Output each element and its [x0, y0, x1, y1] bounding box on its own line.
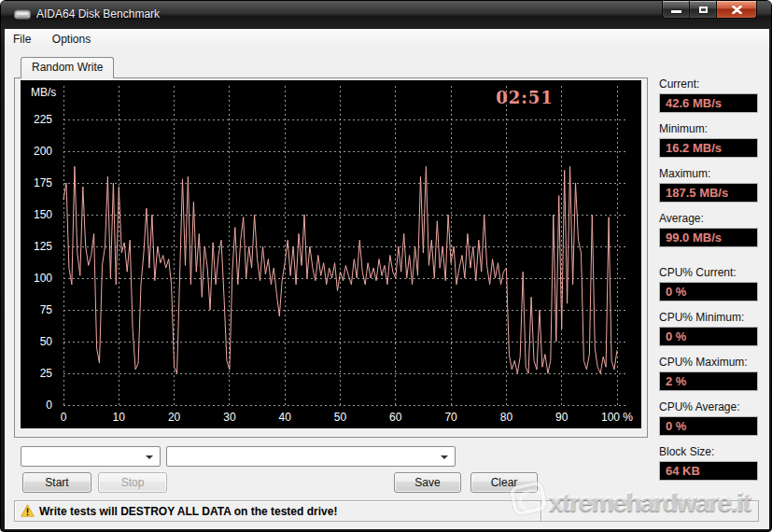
elapsed-timer: 02:51 — [487, 88, 562, 107]
stat-value: 64 KB — [659, 461, 758, 481]
stat-current: Current: 42.6 MB/s — [659, 77, 758, 115]
chart-plot: 0255075100125150175200225010203040506070… — [21, 80, 641, 428]
svg-text:0: 0 — [46, 399, 52, 412]
caption-buttons — [662, 1, 757, 19]
svg-text:50: 50 — [334, 411, 347, 424]
stat-value: 0 % — [659, 416, 758, 436]
save-button[interactable]: Save — [394, 472, 461, 493]
stat-cpu-current: CPU% Current: 0 % — [659, 266, 758, 303]
stat-value: 99.0 MB/s — [659, 228, 758, 247]
stop-button[interactable]: Stop — [98, 472, 167, 493]
minimize-button[interactable] — [662, 1, 690, 19]
svg-text:100 %: 100 % — [601, 411, 633, 424]
stat-label: Minimum: — [659, 122, 758, 135]
benchmark-chart: 0255075100125150175200225010203040506070… — [21, 80, 641, 428]
close-button[interactable] — [716, 1, 757, 19]
stat-value: 0 % — [659, 327, 758, 346]
app-window: AIDA64 Disk Benchmark File Options Rando… — [0, 0, 772, 532]
drive-select[interactable]: Disk Drive #2 [SPCC SSD101] (111.8 GB) — [166, 446, 456, 467]
svg-text:90: 90 — [555, 411, 568, 424]
stat-average: Average: 99.0 MB/s — [659, 212, 758, 249]
stat-value: 16.2 MB/s — [659, 138, 758, 158]
statusbar-divider — [540, 501, 541, 521]
svg-text:70: 70 — [444, 411, 457, 424]
chevron-down-icon — [146, 455, 153, 459]
svg-text:0: 0 — [61, 411, 67, 424]
status-bar: Write tests will DESTROY ALL DATA on the… — [14, 500, 759, 522]
stat-value: 2 % — [659, 371, 758, 391]
svg-text:30: 30 — [223, 411, 236, 424]
stat-value: 42.6 MB/s — [659, 93, 758, 113]
stat-maximum: Maximum: 187.5 MB/s — [659, 167, 758, 204]
maximize-icon — [699, 7, 708, 13]
title-bar[interactable]: AIDA64 Disk Benchmark — [1, 1, 771, 29]
minimize-icon — [671, 10, 681, 13]
svg-text:10: 10 — [113, 411, 126, 424]
svg-text:20: 20 — [168, 411, 181, 424]
svg-text:40: 40 — [279, 411, 292, 424]
stat-label: CPU% Minimum: — [659, 311, 758, 324]
disk-icon — [14, 9, 31, 21]
stat-label: Block Size: — [659, 445, 758, 458]
test-type-select[interactable]: Random Write — [21, 446, 161, 467]
stat-value: 0 % — [659, 282, 758, 301]
stat-label: CPU% Current: — [659, 266, 758, 279]
warning-icon — [21, 504, 35, 517]
stat-block-size: Block Size: 64 KB — [659, 445, 758, 483]
stat-label: Current: — [659, 77, 758, 91]
clear-button[interactable]: Clear — [470, 472, 538, 493]
tab-random-write[interactable]: Random Write — [21, 57, 114, 78]
menu-bar: File Options — [5, 29, 769, 50]
maximize-button[interactable] — [690, 1, 716, 19]
stat-value: 187.5 MB/s — [659, 183, 758, 203]
svg-text:75: 75 — [40, 303, 53, 316]
stat-label: Average: — [659, 212, 758, 225]
window-title: AIDA64 Disk Benchmark — [36, 7, 160, 21]
stat-cpu-average: CPU% Average: 0 % — [659, 400, 758, 438]
menu-file[interactable]: File — [5, 29, 39, 50]
client-area: File Options Random Write 02550751001251… — [5, 29, 769, 529]
y-axis-unit: MB/s — [31, 86, 56, 99]
stat-label: CPU% Maximum: — [659, 356, 758, 369]
stat-label: Maximum: — [659, 167, 758, 180]
svg-text:125: 125 — [34, 240, 52, 253]
status-warning-text: Write tests will DESTROY ALL DATA on the… — [39, 505, 337, 518]
svg-text:150: 150 — [34, 208, 52, 221]
stat-cpu-maximum: CPU% Maximum: 2 % — [659, 356, 758, 393]
start-button[interactable]: Start — [22, 472, 91, 493]
svg-text:175: 175 — [34, 176, 52, 189]
svg-text:100: 100 — [34, 272, 52, 285]
svg-text:50: 50 — [40, 335, 53, 348]
svg-text:80: 80 — [500, 411, 513, 424]
stat-minimum: Minimum: 16.2 MB/s — [659, 122, 758, 160]
svg-text:200: 200 — [34, 145, 52, 158]
close-icon — [732, 6, 742, 14]
svg-text:225: 225 — [34, 113, 52, 126]
stat-label: CPU% Average: — [659, 400, 758, 413]
stat-cpu-minimum: CPU% Minimum: 0 % — [659, 311, 758, 348]
menu-options[interactable]: Options — [44, 29, 99, 50]
svg-text:60: 60 — [389, 411, 402, 424]
chevron-down-icon — [441, 455, 448, 459]
svg-text:25: 25 — [40, 367, 53, 380]
